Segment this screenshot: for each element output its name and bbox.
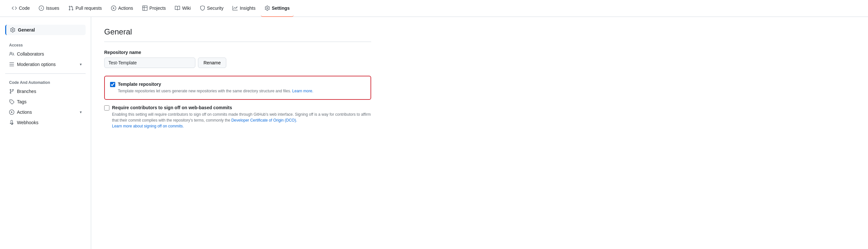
sidebar-item-collaborators[interactable]: Collaborators: [5, 49, 86, 59]
template-repo-section: Template repository Template repositorie…: [104, 76, 371, 100]
pr-icon: [68, 5, 73, 11]
actions-chevron-icon: ▾: [80, 110, 82, 114]
nav-issues[interactable]: Issues: [35, 0, 63, 17]
top-nav: Code Issues Pull requests Actions: [0, 0, 868, 17]
sign-off-section: Require contributors to sign off on web-…: [104, 105, 371, 129]
nav-issues-label: Issues: [46, 5, 59, 11]
actions-label: Actions: [17, 110, 32, 115]
repo-name-row: Rename: [104, 58, 371, 68]
collaborators-label: Collaborators: [17, 51, 44, 57]
webhooks-label: Webhooks: [17, 120, 38, 125]
issue-icon: [39, 5, 44, 11]
nav-actions-label: Actions: [118, 5, 133, 11]
tags-label: Tags: [17, 99, 27, 104]
nav-wiki-label: Wiki: [182, 5, 190, 11]
sign-off-label: Require contributors to sign off on web-…: [112, 105, 371, 110]
tags-icon: [9, 99, 14, 104]
nav-settings-label: Settings: [272, 5, 290, 11]
page-title: General: [104, 27, 371, 36]
template-repo-learn-more-link[interactable]: Learn more.: [292, 89, 313, 93]
nav-code-label: Code: [19, 5, 30, 11]
template-repo-desc-text: Template repositories let users generate…: [118, 89, 291, 93]
main-content: General Repository name Rename Template …: [91, 17, 384, 249]
rename-button[interactable]: Rename: [198, 58, 226, 68]
content-divider: [104, 42, 371, 42]
moderation-icon: [9, 62, 14, 67]
gear-icon: [265, 5, 270, 11]
code-automation-section-label: Code and automation: [5, 78, 86, 86]
template-repo-label: Template repository: [118, 81, 313, 87]
nav-actions[interactable]: Actions: [107, 0, 137, 17]
shield-icon: [200, 5, 205, 11]
nav-settings[interactable]: Settings: [261, 0, 294, 17]
sidebar-item-branches[interactable]: Branches: [5, 86, 86, 97]
repo-name-section: Repository name Rename: [104, 50, 371, 68]
sidebar-item-webhooks[interactable]: Webhooks: [5, 117, 86, 128]
nav-projects-label: Projects: [150, 5, 166, 11]
webhooks-icon: [9, 120, 14, 125]
nav-pr-label: Pull requests: [75, 5, 102, 11]
repo-name-input[interactable]: [104, 58, 195, 68]
sign-off-learn-more-link[interactable]: Learn more about signing off on commits.: [112, 124, 184, 129]
sidebar-item-tags[interactable]: Tags: [5, 97, 86, 107]
book-icon: [175, 5, 180, 11]
sidebar-divider: [5, 73, 86, 74]
sidebar-item-moderation[interactable]: Moderation options ▾: [5, 59, 86, 70]
code-icon: [12, 5, 17, 11]
access-section-label: Access: [5, 40, 86, 49]
sidebar-item-general[interactable]: General: [5, 25, 86, 35]
sign-off-description: Enabling this setting will require contr…: [112, 111, 371, 129]
sidebar-general-label: General: [18, 27, 35, 33]
play-icon: [111, 5, 116, 11]
gear-small-icon: [10, 27, 15, 33]
sidebar: General Access Collaborators M: [0, 17, 91, 249]
nav-wiki[interactable]: Wiki: [171, 0, 194, 17]
template-repo-description: Template repositories let users generate…: [118, 88, 313, 94]
nav-insights[interactable]: Insights: [228, 0, 259, 17]
page-layout: General Access Collaborators M: [0, 17, 868, 249]
nav-insights-label: Insights: [240, 5, 255, 11]
nav-security-label: Security: [207, 5, 224, 11]
nav-projects[interactable]: Projects: [138, 0, 170, 17]
moderation-label: Moderation options: [17, 62, 56, 67]
template-repo-row: Template repository Template repositorie…: [110, 81, 365, 94]
sidebar-item-actions[interactable]: Actions ▾: [5, 107, 86, 117]
chevron-down-icon: ▾: [80, 62, 82, 67]
nav-security[interactable]: Security: [196, 0, 227, 17]
repo-name-label: Repository name: [104, 50, 371, 55]
table-icon: [142, 5, 148, 11]
nav-code[interactable]: Code: [8, 0, 34, 17]
template-repo-checkbox[interactable]: [110, 82, 115, 87]
graph-icon: [232, 5, 238, 11]
sign-off-checkbox[interactable]: [104, 105, 110, 110]
nav-pull-requests[interactable]: Pull requests: [64, 0, 106, 17]
actions-sidebar-icon: [9, 110, 14, 115]
sign-off-row: Require contributors to sign off on web-…: [104, 105, 371, 129]
branches-label: Branches: [17, 89, 36, 94]
dco-link[interactable]: Developer Certificate of Origin (DCO).: [231, 118, 297, 122]
branches-icon: [9, 89, 14, 94]
collaborators-icon: [9, 51, 14, 57]
